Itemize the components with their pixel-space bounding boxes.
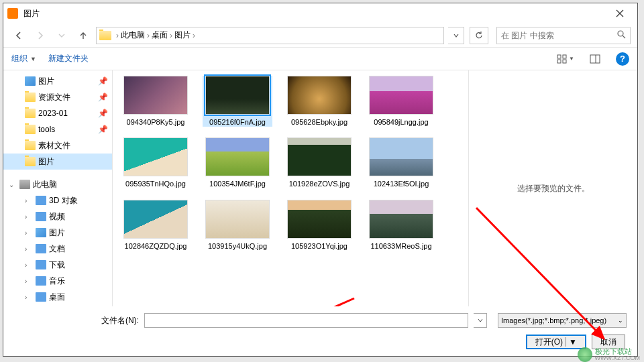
sidebar-label: 下载 (49, 259, 65, 271)
drive-icon (36, 196, 46, 205)
sidebar-item[interactable]: 资源文件📌 (3, 89, 112, 105)
view-mode-button[interactable]: ▼ (557, 52, 574, 66)
preview-pane-button[interactable] (586, 52, 604, 66)
thumbnail-image (287, 200, 352, 239)
file-thumbnail[interactable]: 102413Ef5OI.jpg (366, 137, 436, 188)
sidebar-label: 视频 (49, 211, 65, 223)
drive-icon (36, 260, 46, 269)
file-thumbnail[interactable]: 100354JM6tF.jpg (203, 137, 272, 188)
file-thumbnail[interactable]: 110633MReoS.jpg (366, 200, 436, 251)
sidebar-item[interactable]: ›文档 (3, 241, 112, 257)
file-thumbnail[interactable]: 105923O1Yqi.jpg (284, 200, 354, 251)
file-name: 102413Ef5OI.jpg (374, 179, 429, 188)
organize-button[interactable]: 组织 ▼ (11, 53, 36, 64)
file-thumbnail[interactable]: 102846ZQZDQ.jpg (121, 200, 191, 251)
close-button[interactable] (606, 4, 633, 23)
sidebar-item[interactable]: 素材文件 (3, 137, 112, 154)
thumbnail-image (123, 200, 188, 239)
sidebar-label: 图片 (49, 227, 65, 239)
sidebar-item[interactable]: ›视频 (3, 208, 112, 225)
sidebar-item[interactable]: ›下载 (3, 257, 112, 273)
breadcrumb-sep: › (116, 31, 119, 40)
thumbnail-image (369, 76, 433, 115)
chevron-down-icon (453, 32, 460, 39)
sidebar-item[interactable]: 2023-01📌 (3, 105, 112, 121)
file-thumbnail[interactable]: 095216f0FnA.jpg (203, 76, 272, 127)
folder-icon (25, 141, 36, 150)
back-button[interactable] (10, 27, 28, 44)
sidebar-item[interactable]: ›音乐 (3, 273, 112, 289)
sidebar-item[interactable]: ›桌面 (3, 289, 112, 305)
file-thumbnail[interactable]: 094340P8Ky5.jpg (121, 76, 191, 127)
chevron-down-icon (57, 31, 66, 40)
svg-rect-4 (563, 60, 566, 63)
breadcrumb[interactable]: › 此电脑 › 桌面 › 图片 › (96, 27, 444, 44)
filename-input[interactable] (144, 313, 468, 328)
breadcrumb-root[interactable]: 此电脑 (121, 29, 145, 41)
file-name: 103915y4UkQ.jpg (208, 241, 267, 251)
file-thumbnail[interactable]: 103915y4UkQ.jpg (203, 200, 272, 251)
drive-icon (36, 228, 46, 237)
file-thumbnail[interactable]: 095935TnHQo.jpg (121, 137, 191, 188)
sidebar-label: 此电脑 (33, 179, 57, 190)
sidebar-item[interactable]: 图片📌 (3, 73, 112, 89)
thumbnail-image (123, 137, 188, 176)
breadcrumb-part[interactable]: 图片 (174, 29, 191, 41)
filename-label: 文件名(N): (101, 315, 139, 326)
forward-button[interactable] (32, 27, 49, 44)
folder-icon (25, 93, 36, 102)
arrow-right-icon (36, 31, 45, 40)
sidebar-label: 音乐 (49, 276, 65, 287)
thumbnail-image (123, 76, 188, 115)
arrow-left-icon (14, 31, 23, 40)
toolbar: 组织 ▼ 新建文件夹 ▼ ? (3, 48, 637, 70)
file-name: 110633MReoS.jpg (370, 241, 431, 251)
file-grid[interactable]: 094340P8Ky5.jpg095216f0FnA.jpg095628Ebpk… (113, 70, 468, 306)
breadcrumb-part[interactable]: 桌面 (152, 29, 168, 41)
sidebar-item[interactable]: ›图片 (3, 225, 112, 241)
chevron-down-icon (478, 318, 483, 323)
sidebar-label: tools (38, 125, 55, 134)
watermark-icon (578, 347, 592, 362)
search-box[interactable] (496, 27, 631, 44)
file-name: 100354JM6tF.jpg (209, 179, 266, 188)
sidebar-item[interactable]: 图片 (3, 154, 112, 170)
sidebar: 图片📌资源文件📌2023-01📌tools📌素材文件图片⌄此电脑›3D 对象›视… (3, 70, 113, 306)
filename-row: 文件名(N): Images(*.jpg;*.bmp;*.png;*.jpeg)… (14, 313, 627, 328)
filename-dropdown[interactable] (474, 313, 487, 328)
sidebar-item[interactable]: ›3D 对象 (3, 192, 112, 208)
file-name: 094340P8Ky5.jpg (127, 117, 185, 127)
chevron-down-icon: ⌄ (618, 317, 623, 324)
refresh-button[interactable] (470, 27, 488, 44)
new-folder-button[interactable]: 新建文件夹 (48, 53, 89, 64)
up-button[interactable] (74, 27, 92, 44)
file-thumbnail[interactable]: 101928eZOVS.jpg (284, 137, 354, 188)
recent-dropdown[interactable] (53, 27, 70, 44)
chevron-right-icon: › (25, 278, 33, 285)
thumbnail-image (205, 137, 270, 176)
thumbnails-icon (557, 54, 568, 64)
sidebar-item[interactable]: tools📌 (3, 121, 112, 137)
nav-bar: › 此电脑 › 桌面 › 图片 › (3, 23, 637, 48)
svg-line-7 (294, 298, 354, 306)
search-input[interactable] (501, 31, 617, 40)
pin-icon: 📌 (98, 93, 108, 102)
file-name: 095628Ebpky.jpg (291, 117, 347, 127)
pc-icon (19, 180, 30, 189)
refresh-icon (474, 31, 484, 40)
open-dropdown[interactable]: ▼ (566, 337, 577, 347)
sidebar-this-pc[interactable]: ⌄此电脑 (3, 176, 112, 192)
thumbnail-image (369, 200, 433, 239)
close-icon (616, 9, 624, 17)
sidebar-label: 图片 (38, 156, 54, 168)
file-name: 095935TnHQo.jpg (125, 179, 186, 188)
thumbnail-image (205, 200, 270, 239)
filter-select[interactable]: Images(*.jpg;*.bmp;*.png;*.jpeg) ⌄ (498, 313, 627, 328)
help-button[interactable]: ? (616, 52, 629, 66)
path-dropdown[interactable] (448, 27, 464, 44)
file-thumbnail[interactable]: 095628Ebpky.jpg (284, 76, 354, 127)
svg-point-0 (618, 31, 623, 36)
file-name: 102846ZQZDQ.jpg (125, 241, 187, 251)
file-thumbnail[interactable]: 095849jLngg.jpg (366, 76, 436, 127)
chevron-right-icon: › (25, 261, 33, 269)
